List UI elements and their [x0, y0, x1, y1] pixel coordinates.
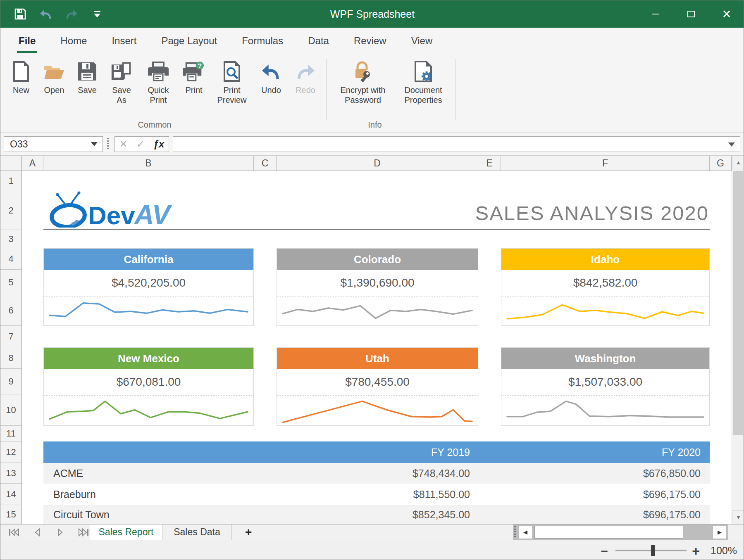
- cell-name-box[interactable]: O33: [4, 136, 103, 152]
- open-button[interactable]: Open: [38, 58, 71, 98]
- first-sheet-button[interactable]: [7, 526, 21, 539]
- last-sheet-button[interactable]: [76, 526, 91, 539]
- minimize-button[interactable]: [638, 0, 673, 28]
- save-icon: [76, 61, 98, 82]
- name-box-dropdown-icon[interactable]: [91, 142, 98, 146]
- card-colorado[interactable]: Colorado $1,390,690.00: [277, 248, 478, 326]
- fy2020-value: $696,175.00: [643, 484, 701, 505]
- row-header-8[interactable]: 8: [0, 347, 22, 369]
- scroll-left-button[interactable]: ◀: [519, 526, 532, 539]
- scroll-up-button[interactable]: ▲: [732, 156, 744, 169]
- card-new-mexico[interactable]: New Mexico $670,081.00: [43, 347, 254, 426]
- status-bar: − + 100%: [0, 540, 744, 560]
- fy2019-header: FY 2019: [431, 441, 470, 463]
- column-header-C[interactable]: C: [254, 156, 277, 171]
- column-header-F[interactable]: F: [501, 156, 710, 171]
- scroll-down-button[interactable]: ▼: [732, 510, 744, 524]
- zoom-slider[interactable]: [615, 550, 687, 551]
- vertical-scrollbar-thumb[interactable]: [733, 171, 743, 435]
- row-header-14[interactable]: 14: [0, 484, 22, 505]
- table-row[interactable]: Braeburn $811,550.00 $696,175.00: [43, 484, 710, 505]
- expand-formula-bar-icon[interactable]: [728, 142, 735, 147]
- next-sheet-button[interactable]: [53, 526, 67, 539]
- tab-review[interactable]: Review: [341, 28, 399, 54]
- row-header-5[interactable]: 5: [0, 270, 22, 295]
- document-gear-icon: [413, 61, 434, 82]
- row-header-13[interactable]: 13: [0, 463, 22, 484]
- table-row[interactable]: Circuit Town $852,345.00 $696,175.00: [43, 505, 710, 524]
- row-header-1[interactable]: 1: [0, 171, 22, 191]
- card-utah[interactable]: Utah $780,455.00: [277, 347, 478, 426]
- company-name: ACME: [53, 463, 83, 484]
- tab-view[interactable]: View: [399, 28, 445, 54]
- zoom-in-button[interactable]: +: [692, 543, 700, 559]
- fy2019-value: $811,550.00: [413, 484, 470, 505]
- card-idaho[interactable]: Idaho $842,582.00: [501, 248, 710, 326]
- insert-function-button[interactable]: ƒx: [153, 138, 165, 150]
- document-properties-button[interactable]: Document Properties: [395, 58, 451, 107]
- table-header-row[interactable]: FY 2019 FY 2020: [43, 441, 710, 463]
- tab-formulas[interactable]: Formulas: [229, 28, 296, 54]
- card-header: Washington: [501, 348, 709, 369]
- formula-input[interactable]: [173, 136, 740, 152]
- column-header-D[interactable]: D: [277, 156, 478, 171]
- undo-button[interactable]: Undo: [253, 58, 289, 98]
- company-name: Circuit Town: [53, 505, 110, 524]
- row-header-11[interactable]: 11: [0, 426, 22, 441]
- tab-splitter-grip[interactable]: [514, 526, 516, 538]
- sparkline: [277, 296, 478, 325]
- table-row[interactable]: ACME $748,434.00 $676,850.00: [43, 463, 710, 484]
- vertical-scrollbar[interactable]: ▲ ▼: [732, 156, 744, 524]
- zoom-out-button[interactable]: −: [601, 544, 608, 558]
- row-header-12[interactable]: 12: [0, 441, 22, 463]
- maximize-button[interactable]: [673, 0, 709, 28]
- zoom-level[interactable]: 100%: [711, 545, 737, 557]
- formula-bar-grip[interactable]: [107, 138, 109, 150]
- tab-insert[interactable]: Insert: [99, 28, 149, 54]
- tab-file[interactable]: File: [11, 28, 43, 54]
- add-sheet-button[interactable]: +: [245, 524, 252, 540]
- quick-print-button[interactable]: Quick Print: [139, 58, 177, 107]
- tab-data[interactable]: Data: [296, 28, 341, 54]
- close-button[interactable]: ×: [709, 0, 744, 28]
- quick-print-icon: [148, 61, 169, 82]
- row-header-3[interactable]: 3: [0, 230, 22, 248]
- tab-page-layout[interactable]: Page Layout: [149, 28, 229, 54]
- previous-sheet-button[interactable]: [30, 526, 44, 539]
- fy2020-header: FY 2020: [662, 441, 701, 463]
- card-washington[interactable]: Washington $1,507,033.00: [501, 347, 710, 426]
- sheet-tab-sales-report[interactable]: Sales Report: [90, 524, 162, 540]
- zoom-slider-thumb[interactable]: [651, 545, 655, 556]
- save-as-button[interactable]: Save As: [104, 58, 139, 107]
- save-button[interactable]: Save: [71, 58, 104, 98]
- card-value: $842,582.00: [501, 270, 709, 296]
- print-preview-button[interactable]: Print Preview: [210, 58, 253, 107]
- column-header-G[interactable]: G: [710, 156, 732, 171]
- tab-home[interactable]: Home: [48, 28, 99, 54]
- row-header-7[interactable]: 7: [0, 326, 22, 347]
- row-header-2[interactable]: 2: [0, 191, 22, 230]
- redo-button[interactable]: Redo: [289, 58, 322, 98]
- card-california[interactable]: California $4,520,205.00: [43, 248, 254, 326]
- confirm-entry-button[interactable]: ✓: [136, 138, 145, 150]
- title-bar: WPF Spreadsheet ×: [0, 0, 744, 28]
- cancel-entry-button[interactable]: ✕: [119, 138, 128, 150]
- row-header-9[interactable]: 9: [0, 369, 22, 394]
- encrypt-with-password-button[interactable]: Encrypt with Password: [331, 58, 395, 107]
- scroll-right-button[interactable]: ▶: [713, 526, 726, 539]
- column-header-B[interactable]: B: [43, 156, 254, 171]
- row-header-4[interactable]: 4: [0, 248, 22, 270]
- sheet-tab-sales-data[interactable]: Sales Data: [162, 524, 232, 540]
- new-button[interactable]: New: [5, 58, 38, 98]
- row-header-15[interactable]: 15: [0, 505, 22, 524]
- arrow-right-icon: ▶: [718, 529, 722, 535]
- row-header-10[interactable]: 10: [0, 394, 22, 426]
- select-all-corner[interactable]: [0, 156, 22, 171]
- row-header-6[interactable]: 6: [0, 295, 22, 326]
- horizontal-scrollbar[interactable]: ◀ ▶: [513, 524, 728, 540]
- column-header-E[interactable]: E: [478, 156, 501, 171]
- print-button[interactable]: ? Print: [177, 58, 210, 98]
- ribbon: New Open Save Save As: [0, 54, 744, 133]
- column-header-A[interactable]: A: [22, 156, 43, 171]
- horizontal-scrollbar-thumb[interactable]: [534, 526, 683, 539]
